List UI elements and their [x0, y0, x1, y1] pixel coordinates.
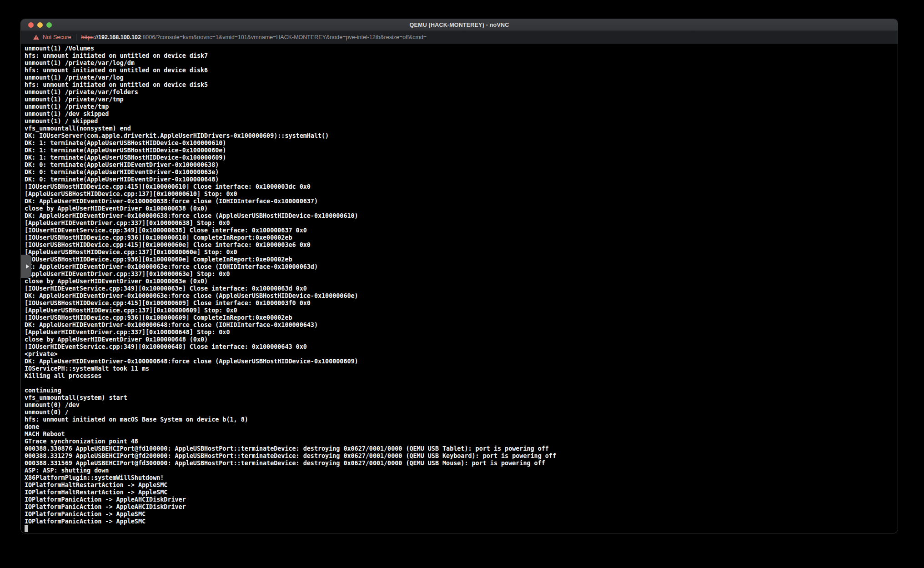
- window-titlebar[interactable]: QEMU (HACK-MONTEREY) - noVNC: [21, 19, 898, 31]
- console-output: unmount(1) /Volumes hfs: unmount initiat…: [21, 44, 898, 525]
- address-bar[interactable]: Not Secure https://192.168.100.102:8006/…: [21, 31, 898, 44]
- novnc-control-bar-handle[interactable]: [21, 255, 31, 278]
- not-secure-label[interactable]: Not Secure: [43, 34, 71, 40]
- url-path-query: :8006/?console=kvm&novnc=1&vmid=101&vmna…: [141, 34, 427, 40]
- vnc-console-screen[interactable]: unmount(1) /Volumes hfs: unmount initiat…: [21, 44, 898, 533]
- security-warning-icon: [33, 34, 40, 40]
- url-scheme: https: [81, 34, 94, 40]
- url-text[interactable]: https://192.168.100.102:8006/?console=kv…: [81, 34, 427, 40]
- novnc-browser-window: QEMU (HACK-MONTEREY) - noVNC Not Secure …: [20, 19, 898, 533]
- close-button[interactable]: [28, 22, 34, 28]
- expand-right-arrow-icon: [26, 264, 29, 269]
- window-title: QEMU (HACK-MONTEREY) - noVNC: [410, 22, 509, 28]
- desktop-background: QEMU (HACK-MONTEREY) - noVNC Not Secure …: [0, 0, 924, 568]
- urlbar-divider: [76, 34, 76, 41]
- url-separator: ://: [94, 34, 98, 40]
- minimize-button[interactable]: [37, 22, 43, 28]
- traffic-lights: [28, 19, 52, 30]
- url-host: 192.168.100.102: [98, 34, 141, 40]
- terminal-cursor: [25, 525, 28, 532]
- zoom-button[interactable]: [46, 22, 52, 28]
